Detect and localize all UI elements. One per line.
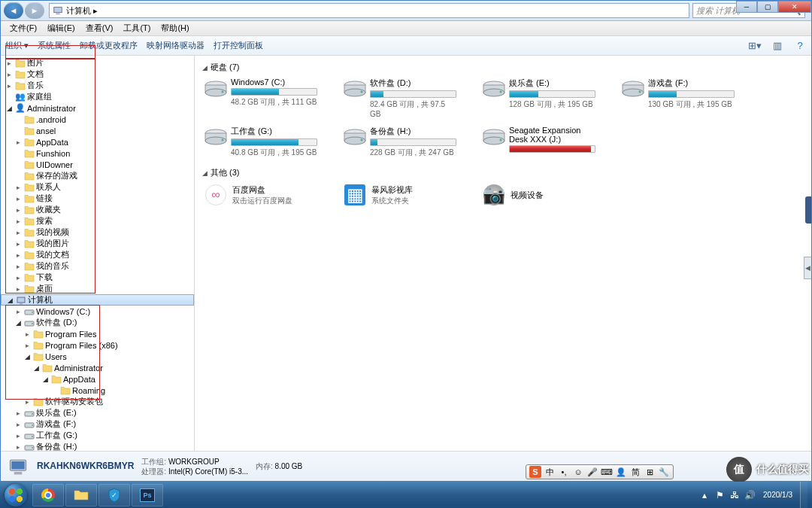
expand-icon[interactable]: ▸ xyxy=(14,184,22,191)
expand-icon[interactable]: ◢ xyxy=(6,297,14,304)
nav-back-button[interactable]: ◄ xyxy=(4,2,23,19)
expand-icon[interactable]: ▸ xyxy=(14,274,22,281)
ime-mic-button[interactable]: 🎤 xyxy=(586,466,598,478)
tree-item-progfiles86[interactable]: ▸Program Files (x86) xyxy=(1,339,194,351)
drive-item[interactable]: Seagate Expansion Desk XXX (J:) xyxy=(480,124,597,160)
tree-item-administrator[interactable]: ◢👤Administrator xyxy=(1,102,194,114)
expand-icon[interactable]: ▸ xyxy=(23,398,31,406)
expand-icon[interactable]: ▸ xyxy=(14,240,22,248)
task-explorer[interactable] xyxy=(65,484,97,506)
expand-icon[interactable]: ◢ xyxy=(14,319,22,327)
tree-item-funshion[interactable]: Funshion xyxy=(1,148,194,159)
start-button[interactable] xyxy=(0,482,32,508)
section-drives[interactable]: ◢硬盘 (7) xyxy=(202,62,804,73)
cmd-uninstall[interactable]: 卸载或更改程序 xyxy=(80,40,138,51)
ime-logo-icon[interactable]: S xyxy=(529,466,541,478)
cmd-sysprops[interactable]: 系统属性 xyxy=(38,40,71,51)
expand-icon[interactable]: ▸ xyxy=(14,195,22,202)
tree-item-android[interactable]: .android xyxy=(1,114,194,125)
other-item[interactable]: ▦暴风影视库系统文件夹 xyxy=(341,181,458,208)
expand-icon[interactable]: ▸ xyxy=(14,409,22,417)
address-bar[interactable]: 计算机 ▸ xyxy=(49,3,689,18)
collapse-tab[interactable]: ◀ xyxy=(804,257,811,279)
ime-person-button[interactable]: 👤 xyxy=(615,466,627,478)
clock[interactable]: 2020/1/3 xyxy=(759,491,797,500)
tree-item-contacts[interactable]: ▸联系人 xyxy=(1,181,194,193)
menu-help[interactable]: 帮助(H) xyxy=(156,21,193,35)
show-desktop-button[interactable] xyxy=(800,482,807,508)
task-chrome[interactable] xyxy=(32,484,64,506)
expand-icon[interactable]: ◢ xyxy=(5,105,13,112)
tree-item-users[interactable]: ◢Users xyxy=(1,351,194,362)
tray-up-icon[interactable]: ▴ xyxy=(698,489,710,501)
tree-item-computer[interactable]: ◢计算机 xyxy=(1,294,194,306)
tree-item-search[interactable]: ▸搜索 xyxy=(1,215,194,227)
expand-icon[interactable]: ▸ xyxy=(14,229,22,236)
ime-settings-button[interactable]: 🔧 xyxy=(658,466,670,478)
expand-icon[interactable]: ▸ xyxy=(14,432,22,440)
drive-item[interactable]: 游戏盘 (F:)130 GB 可用 , 共 195 GB xyxy=(620,76,736,120)
minimize-button[interactable]: ─ xyxy=(736,1,757,13)
side-tab[interactable] xyxy=(805,196,811,224)
ime-tool-button[interactable]: 简 xyxy=(629,466,641,478)
ime-grid-button[interactable]: ⊞ xyxy=(644,466,656,478)
drive-item[interactable]: 软件盘 (D:)82.4 GB 可用 , 共 97.5 GB xyxy=(341,76,458,120)
menu-edit[interactable]: 编辑(E) xyxy=(43,21,80,35)
cmd-opencp[interactable]: 打开控制面板 xyxy=(214,40,263,51)
expand-icon[interactable]: ▸ xyxy=(14,443,22,451)
tray-network-icon[interactable]: 🖧 xyxy=(729,489,741,501)
tree-item-mymusic[interactable]: ▸我的音乐 xyxy=(1,260,194,272)
drive-item[interactable]: 娱乐盘 (E:)128 GB 可用 , 共 195 GB xyxy=(480,76,597,120)
tree-item-roaming[interactable]: Roaming xyxy=(1,385,194,396)
expand-icon[interactable]: ▸ xyxy=(14,263,22,270)
tree-item-drvpack[interactable]: ▸软件驱动安装包 xyxy=(1,396,194,407)
tree-item-admin2[interactable]: ◢Administrator xyxy=(1,362,194,373)
expand-icon[interactable]: ▸ xyxy=(5,71,13,78)
task-security[interactable]: ✓ xyxy=(98,484,130,506)
expand-icon[interactable]: ▸ xyxy=(5,59,13,67)
tree-item-links[interactable]: ▸链接 xyxy=(1,193,194,204)
expand-icon[interactable]: ◢ xyxy=(41,376,49,383)
expand-icon[interactable]: ▸ xyxy=(14,138,22,146)
cmd-organize[interactable]: 组织 ▾ xyxy=(5,40,29,51)
ime-punct-button[interactable]: •, xyxy=(558,466,570,478)
expand-icon[interactable]: ▸ xyxy=(14,308,22,315)
tree-item-ansel[interactable]: ansel xyxy=(1,125,194,136)
view-options-button[interactable]: ⊞▾ xyxy=(748,39,762,53)
nav-forward-button[interactable]: ► xyxy=(25,2,44,19)
cmd-mapnet[interactable]: 映射网络驱动器 xyxy=(147,40,205,51)
other-item[interactable]: 📷视频设备 xyxy=(480,181,597,208)
other-item[interactable]: ∞百度网盘双击运行百度网盘 xyxy=(202,181,319,208)
drive-item[interactable]: 备份盘 (H:)228 GB 可用 , 共 247 GB xyxy=(341,124,458,160)
tree-item-backh[interactable]: ▸备份盘 (H:) xyxy=(1,441,194,451)
menu-file[interactable]: 文件(F) xyxy=(5,21,41,35)
tree-item-progfiles[interactable]: ▸Program Files xyxy=(1,328,194,339)
tree-item-workg[interactable]: ▸工作盘 (G:) xyxy=(1,430,194,441)
expand-icon[interactable]: ▸ xyxy=(14,217,22,225)
tree-item-win7c[interactable]: ▸Windows7 (C:) xyxy=(1,306,194,317)
maximize-button[interactable]: ▢ xyxy=(757,1,778,13)
expand-icon[interactable]: ▸ xyxy=(23,342,31,349)
tree-item-softd[interactable]: ◢软件盘 (D:) xyxy=(1,317,194,328)
tree-item-savedgames[interactable]: 保存的游戏 xyxy=(1,170,194,181)
tree-item-documents[interactable]: ▸文档 xyxy=(1,68,194,80)
tree-item-music[interactable]: ▸音乐 xyxy=(1,80,194,91)
ime-toolbar[interactable]: S 中 •, ☺ 🎤 ⌨ 👤 简 ⊞ 🔧 xyxy=(526,464,674,479)
tree-item-appdata[interactable]: ▸AppData xyxy=(1,136,194,148)
expand-icon[interactable]: ▸ xyxy=(23,330,31,338)
ime-keyboard-button[interactable]: ⌨ xyxy=(601,466,613,478)
expand-icon[interactable]: ▸ xyxy=(14,251,22,259)
tree-item-mypictures[interactable]: ▸我的图片 xyxy=(1,238,194,249)
ime-lang-button[interactable]: 中 xyxy=(544,466,556,478)
tray-volume-icon[interactable]: 🔊 xyxy=(744,489,756,501)
expand-icon[interactable]: ▸ xyxy=(14,421,22,428)
tree-item-gamef[interactable]: ▸游戏盘 (F:) xyxy=(1,418,194,430)
tree-item-myvideos[interactable]: ▸我的视频 xyxy=(1,227,194,238)
drive-item[interactable]: 工作盘 (G:)40.8 GB 可用 , 共 195 GB xyxy=(202,124,319,160)
tree-item-favorites[interactable]: ▸收藏夹 xyxy=(1,204,194,215)
tray-flag-icon[interactable]: ⚑ xyxy=(714,489,726,501)
tree-item-homegroup[interactable]: 👥家庭组 xyxy=(1,91,194,102)
section-other[interactable]: ◢其他 (3) xyxy=(202,167,804,178)
expand-icon[interactable]: ▸ xyxy=(14,285,22,293)
drive-item[interactable]: Windows7 (C:)48.2 GB 可用 , 共 111 GB xyxy=(202,76,319,120)
